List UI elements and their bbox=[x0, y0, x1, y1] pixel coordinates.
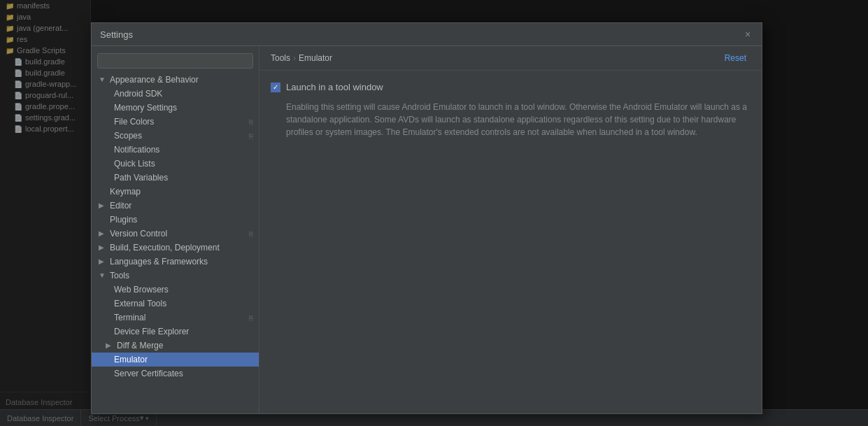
version-control-copy-icon: ⎘ bbox=[249, 230, 253, 238]
dialog-title: Settings bbox=[100, 29, 133, 40]
sidebar-item-memory-settings[interactable]: Memory Settings bbox=[92, 101, 259, 115]
version-control-arrow bbox=[99, 229, 107, 238]
launch-tool-window-label: Launch in a tool window bbox=[286, 82, 383, 92]
sidebar-item-terminal[interactable]: Terminal ⎘ bbox=[92, 311, 259, 325]
settings-content: Tools › Emulator Reset Launch in a tool … bbox=[259, 46, 762, 413]
sidebar-item-path-variables[interactable]: Path Variables bbox=[92, 171, 259, 185]
scopes-copy-icon: ⎘ bbox=[249, 132, 253, 140]
sidebar-group-diff-merge[interactable]: Diff & Merge bbox=[92, 339, 259, 353]
sidebar-item-emulator[interactable]: Emulator bbox=[92, 353, 259, 367]
appearance-behavior-label: Appearance & Behavior bbox=[110, 75, 199, 85]
breadcrumb: Tools › Emulator bbox=[271, 53, 332, 63]
reset-button[interactable]: Reset bbox=[720, 52, 750, 64]
languages-arrow bbox=[99, 257, 107, 266]
editor-arrow bbox=[99, 201, 107, 210]
sidebar-group-build[interactable]: Build, Execution, Deployment bbox=[92, 241, 259, 255]
content-body: Launch in a tool window Enabling this se… bbox=[259, 71, 762, 413]
sidebar-item-server-certificates[interactable]: Server Certificates bbox=[92, 367, 259, 381]
launch-description: Enabling this setting will cause Android… bbox=[271, 101, 750, 139]
dialog-titlebar: Settings × bbox=[92, 23, 762, 46]
sidebar-group-version-control[interactable]: Version Control ⎘ bbox=[92, 227, 259, 241]
sidebar-item-external-tools[interactable]: External Tools bbox=[92, 297, 259, 311]
settings-dialog-overlay: Settings × Appearance & Behavior Android… bbox=[0, 0, 868, 426]
sidebar-item-android-sdk[interactable]: Android SDK bbox=[92, 87, 259, 101]
sidebar-item-quick-lists[interactable]: Quick Lists bbox=[92, 157, 259, 171]
breadcrumb-tools: Tools bbox=[271, 53, 290, 63]
sidebar-group-languages[interactable]: Languages & Frameworks bbox=[92, 255, 259, 269]
terminal-copy-icon: ⎘ bbox=[249, 314, 253, 322]
launch-tool-window-checkbox[interactable] bbox=[271, 83, 280, 92]
dialog-close-button[interactable]: × bbox=[742, 29, 753, 40]
settings-dialog: Settings × Appearance & Behavior Android… bbox=[91, 22, 762, 414]
sidebar-group-appearance[interactable]: Appearance & Behavior bbox=[92, 73, 259, 87]
sidebar-item-keymap[interactable]: Keymap bbox=[92, 185, 259, 199]
sidebar-item-device-file-explorer[interactable]: Device File Explorer bbox=[92, 325, 259, 339]
tools-arrow bbox=[99, 271, 107, 280]
sidebar-item-plugins[interactable]: Plugins bbox=[92, 213, 259, 227]
dialog-body: Appearance & Behavior Android SDK Memory… bbox=[92, 46, 762, 413]
breadcrumb-separator: › bbox=[293, 53, 296, 63]
launch-checkbox-row: Launch in a tool window bbox=[271, 82, 750, 92]
content-header: Tools › Emulator Reset bbox=[259, 46, 762, 71]
breadcrumb-emulator: Emulator bbox=[299, 53, 332, 63]
file-colors-copy-icon: ⎘ bbox=[249, 118, 253, 126]
sidebar-item-notifications[interactable]: Notifications bbox=[92, 143, 259, 157]
diff-merge-arrow bbox=[106, 341, 114, 350]
settings-search-input[interactable] bbox=[97, 53, 253, 69]
build-arrow bbox=[99, 243, 107, 252]
sidebar-group-tools[interactable]: Tools bbox=[92, 269, 259, 283]
sidebar-item-scopes[interactable]: Scopes ⎘ bbox=[92, 129, 259, 143]
settings-sidebar: Appearance & Behavior Android SDK Memory… bbox=[92, 46, 259, 413]
sidebar-group-editor[interactable]: Editor bbox=[92, 199, 259, 213]
sidebar-item-web-browsers[interactable]: Web Browsers bbox=[92, 283, 259, 297]
sidebar-item-file-colors[interactable]: File Colors ⎘ bbox=[92, 115, 259, 129]
appearance-arrow bbox=[99, 76, 107, 84]
